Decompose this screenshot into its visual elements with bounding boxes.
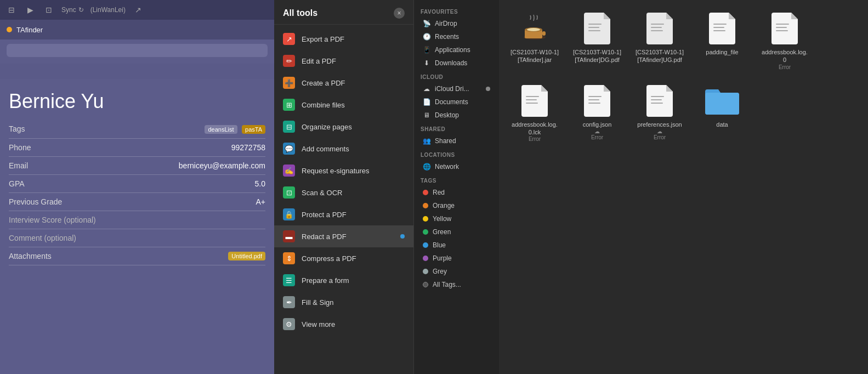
sidebar-section-shared: Shared <box>414 122 499 134</box>
tag-dot-green <box>423 229 428 235</box>
file-name-file2: [CS2103T-W10-1][TAfinder]DG.pdf <box>573 48 621 64</box>
svg-rect-17 <box>526 96 539 97</box>
sidebar-item-icloud-drive[interactable]: ☁ iCloud Dri... <box>416 82 497 95</box>
tool-badge-redact-pdf <box>400 234 405 239</box>
tafinder-toolbar: ⊟ ▶ ⊡ Sync ↻ (LinWanLei) ↗ <box>0 0 274 20</box>
svg-rect-11 <box>713 24 727 25</box>
tag-pasta: pasTA <box>242 125 265 134</box>
tool-item-compress-pdf[interactable]: ⇕ Compress a PDF <box>274 247 413 269</box>
prev-grade-row: Previous Grade A+ <box>9 193 265 211</box>
tool-label-edit-pdf: Edit a PDF <box>302 57 336 65</box>
sidebar-item-shared[interactable]: 👥 Shared <box>416 134 497 148</box>
file-name-file6: addressbook.log.0.lck <box>512 121 558 137</box>
file-item-file6[interactable]: addressbook.log.0.lck Error <box>510 83 559 143</box>
sidebar-item-documents[interactable]: 📄 Documents <box>416 95 497 109</box>
tool-item-scan-ocr[interactable]: ⊡ Scan & OCR <box>274 182 413 203</box>
file-icon-file5 <box>767 11 802 46</box>
tool-label-redact-pdf: Redact a PDF <box>302 233 347 241</box>
file-icon-file2 <box>580 11 615 46</box>
file-icon-file7 <box>580 83 615 118</box>
tags-values: deansList pasTA <box>202 124 265 134</box>
sidebar-tag-red[interactable]: Red <box>416 186 497 199</box>
finder-main-area: [CS2103T-W10-1][TAfinder].jar [CS2103T-W… <box>499 0 868 374</box>
tool-item-prepare-form[interactable]: ☰ Prepare a form <box>274 269 413 291</box>
tool-item-protect-pdf[interactable]: 🔒 Protect a PDF <box>274 203 413 225</box>
svg-rect-8 <box>651 24 664 25</box>
svg-rect-20 <box>588 96 602 97</box>
tool-item-view-more[interactable]: ⚙ View more <box>274 313 413 335</box>
tool-icon-combine-files: ⊞ <box>283 99 295 111</box>
svg-rect-15 <box>776 27 787 28</box>
sidebar-tag-green[interactable]: Green <box>416 225 497 239</box>
comment-label: Comment (optional) <box>9 234 76 242</box>
svg-rect-13 <box>713 30 725 31</box>
toolbar-sync[interactable]: Sync ↻ <box>61 6 84 14</box>
tool-item-add-comments[interactable]: 💬 Add comments <box>274 138 413 160</box>
sidebar-tag-all-tags[interactable]: All Tags... <box>416 278 497 291</box>
sidebar-item-applications[interactable]: 📱 Applications <box>416 43 497 56</box>
tafinder-title: TAfinder <box>16 26 43 34</box>
sidebar-section-tags: Tags <box>414 173 499 186</box>
file-name-file5: addressbook.log.0 <box>762 48 808 64</box>
tools-close-button[interactable]: × <box>394 8 405 19</box>
email-label: Email <box>9 161 28 170</box>
sidebar-tag-purple[interactable]: Purple <box>416 252 497 265</box>
file-item-file5[interactable]: addressbook.log.0 Error <box>760 11 809 70</box>
tool-item-create-pdf[interactable]: ➕ Create a PDF <box>274 72 413 94</box>
sidebar-item-recents[interactable]: 🕐 Recents <box>416 30 497 43</box>
tool-icon-prepare-form: ☰ <box>283 274 295 286</box>
tool-item-fill-sign[interactable]: ✒ Fill & Sign <box>274 291 413 313</box>
file-item-file2[interactable]: [CS2103T-W10-1][TAfinder]DG.pdf <box>572 11 622 70</box>
tool-icon-redact-pdf: ▬ <box>283 230 295 242</box>
file-icon-file6 <box>517 83 552 118</box>
sidebar-tag-grey[interactable]: Grey <box>416 265 497 278</box>
tool-item-export-pdf[interactable]: ↗ Export a PDF <box>274 28 413 50</box>
phone-label: Phone <box>9 143 31 152</box>
sidebar-item-desktop[interactable]: 🖥 Desktop <box>416 109 497 122</box>
tool-item-edit-pdf[interactable]: ✏ Edit a PDF <box>274 50 413 72</box>
tool-item-combine-files[interactable]: ⊞ Combine files <box>274 94 413 116</box>
svg-rect-9 <box>651 27 662 28</box>
tafinder-dot <box>7 27 12 32</box>
toolbar-icon-2[interactable]: ▶ <box>24 4 36 16</box>
file-item-file8[interactable]: preferences.json ☁ Error <box>635 83 684 143</box>
tool-icon-create-pdf: ➕ <box>283 77 295 89</box>
cloud-icon-file8: ☁ <box>657 128 662 134</box>
sidebar-icon-shared: 👥 <box>423 137 430 145</box>
tool-item-request-signatures[interactable]: ✍ Request e-signatures <box>274 160 413 182</box>
tool-label-protect-pdf: Protect a PDF <box>302 211 347 219</box>
sidebar-tag-blue[interactable]: Blue <box>416 239 497 252</box>
user-label: (LinWanLei) <box>90 6 126 14</box>
sidebar-item-airdrop[interactable]: 📡 AirDrop <box>416 17 497 30</box>
tafinder-search-bar[interactable] <box>7 44 268 57</box>
attachment-file[interactable]: Untitled.pdf <box>228 252 265 260</box>
toolbar-icon-1[interactable]: ⊟ <box>5 4 18 16</box>
sidebar-icon-desktop: 🖥 <box>423 111 430 119</box>
close-icon: × <box>397 9 401 17</box>
tool-label-combine-files: Combine files <box>302 101 345 109</box>
sidebar-item-downloads[interactable]: ⬇ Downloads <box>416 56 497 70</box>
svg-rect-22 <box>588 103 600 104</box>
tag-dot-red <box>423 190 428 195</box>
tools-panel: All tools × ↗ Export a PDF ✏ Edit a PDF … <box>274 0 414 374</box>
file-error-file8: Error <box>654 134 666 140</box>
toolbar-icon-3[interactable]: ⊡ <box>43 4 55 16</box>
sidebar-item-network[interactable]: 🌐 Network <box>416 160 497 173</box>
sidebar-tag-orange[interactable]: Orange <box>416 199 497 212</box>
sidebar-tag-yellow[interactable]: Yellow <box>416 212 497 225</box>
file-item-file1[interactable]: [CS2103T-W10-1][TAfinder].jar <box>510 11 559 70</box>
file-item-file3[interactable]: [CS2103T-W10-1][TAfinder]UG.pdf <box>635 11 684 70</box>
tool-item-redact-pdf[interactable]: ▬ Redact a PDF <box>274 225 413 247</box>
sidebar-icon-applications: 📱 <box>423 46 430 54</box>
toolbar-export-icon[interactable]: ↗ <box>132 4 144 16</box>
sidebar-icon-network: 🌐 <box>423 163 430 171</box>
file-item-file9[interactable]: data <box>697 83 747 143</box>
svg-rect-26 <box>705 93 739 115</box>
tool-item-organize-pages[interactable]: ⊟ Organize pages <box>274 116 413 138</box>
tag-dot-all-tags <box>423 282 428 287</box>
tool-icon-view-more: ⚙ <box>283 318 295 330</box>
file-item-file7[interactable]: config.json ☁ Error <box>572 83 622 143</box>
tag-deanslist: deansList <box>205 125 237 134</box>
sidebar-label-recents: Recents <box>435 33 459 41</box>
file-item-file4[interactable]: padding_file <box>697 11 747 70</box>
